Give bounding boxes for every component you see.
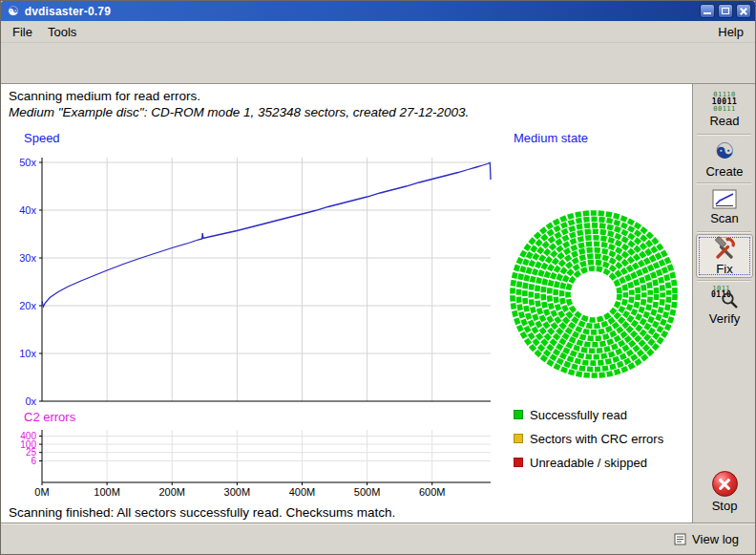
fix-tools-icon [712,236,737,260]
menu-help[interactable]: Help [710,22,751,42]
legend-label: Successfully read [530,408,627,422]
c2-chart-title: C2 errors [24,410,75,424]
menu-tools[interactable]: Tools [40,22,84,42]
log-icon [674,533,686,545]
fix-label: Fix [716,262,732,276]
minimize-button[interactable] [700,4,715,18]
sidebar-separator [697,231,751,233]
create-button[interactable]: ☯ Create [696,137,753,181]
create-icon: ☯ [715,139,735,162]
legend-label: Unreadable / skipped [530,456,647,470]
sidebar-separator [697,280,751,282]
window-title: dvdisaster-0.79 [25,5,697,18]
dvdisaster-window: ☯ dvdisaster-0.79 File Tools Help Optica… [0,0,756,555]
stop-icon [712,471,738,497]
legend-swatch-green [514,410,523,419]
scan-icon [712,189,737,209]
verify-icon: 1011 0110 [710,285,739,310]
stop-label: Stop [712,499,738,513]
legend-swatch-yellow [514,434,523,443]
app-icon: ☯ [8,5,19,17]
action-sidebar: 01110 10011 00111 Read ☯ Create Scan [692,84,755,523]
stop-button[interactable]: Stop [696,470,753,514]
scan-label: Scan [710,211,739,225]
close-button[interactable] [736,4,751,18]
magnifier-icon [721,291,739,310]
legend-swatch-red [514,458,523,467]
titlebar[interactable]: ☯ dvdisaster-0.79 [1,1,755,21]
fix-button[interactable]: Fix [696,234,753,278]
view-log-label: View log [692,532,739,546]
maximize-button[interactable] [718,4,733,18]
maximize-icon [722,8,729,14]
legend-label: Sectors with CRC errors [530,432,663,446]
read-label: Read [709,114,739,128]
verify-label: Verify [709,311,741,326]
toolbar: Optical drive 52X FW 1.02 10011 00111 [1,44,755,84]
legend-item: Sectors with CRC errors [514,431,663,446]
status-line-1: Scanning medium for read errors. [9,89,200,103]
menubar: File Tools Help [1,21,755,43]
statusbar: View log [1,523,755,554]
speed-chart-title: Speed [24,131,60,145]
main-area: Scanning medium for read errors. Medium … [1,84,693,523]
scan-button[interactable]: Scan [696,185,753,229]
view-log-button[interactable]: View log [667,528,746,550]
sidebar-separator [697,134,751,136]
menu-file[interactable]: File [5,22,40,42]
scan-result-message: Scanning finished: All sectors successfu… [9,505,395,520]
status-line-2: Medium "Example disc": CD-ROM mode 1, 35… [9,105,469,119]
sidebar-separator [697,182,751,184]
read-button[interactable]: 01110 10011 00111 Read [696,88,753,132]
read-icon: 01110 10011 00111 [712,92,738,112]
legend-item: Successfully read [514,407,627,422]
medium-state-title: Medium state [514,131,588,145]
minimize-icon [704,12,711,14]
legend-item: Unreadable / skipped [514,455,647,470]
verify-button[interactable]: 1011 0110 Verify [696,283,753,327]
create-label: Create [705,164,743,179]
